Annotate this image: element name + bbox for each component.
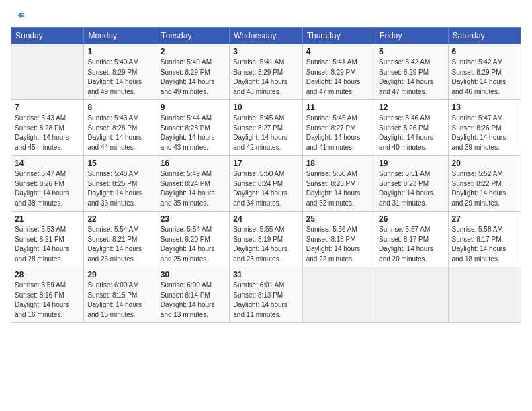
calendar-cell: [11, 44, 84, 100]
day-number: 28: [15, 270, 80, 279]
day-info: Sunrise: 5:45 AM Sunset: 8:27 PM Dayligh…: [306, 113, 371, 152]
day-info: Sunrise: 5:58 AM Sunset: 8:17 PM Dayligh…: [452, 225, 517, 264]
day-info: Sunrise: 5:59 AM Sunset: 8:16 PM Dayligh…: [15, 281, 80, 320]
calendar-header-row: SundayMondayTuesdayWednesdayThursdayFrid…: [11, 28, 521, 44]
day-info: Sunrise: 5:51 AM Sunset: 8:23 PM Dayligh…: [379, 169, 444, 208]
day-info: Sunrise: 5:49 AM Sunset: 8:24 PM Dayligh…: [161, 169, 226, 208]
calendar-cell: 13Sunrise: 5:47 AM Sunset: 8:26 PM Dayli…: [448, 100, 521, 156]
day-header-thursday: Thursday: [302, 28, 375, 44]
day-info: Sunrise: 5:50 AM Sunset: 8:24 PM Dayligh…: [233, 169, 298, 208]
day-info: Sunrise: 5:41 AM Sunset: 8:29 PM Dayligh…: [233, 58, 298, 97]
day-number: 2: [161, 47, 226, 56]
day-info: Sunrise: 5:42 AM Sunset: 8:29 PM Dayligh…: [379, 58, 444, 97]
calendar-cell: 3Sunrise: 5:41 AM Sunset: 8:29 PM Daylig…: [230, 44, 302, 100]
day-number: 17: [233, 158, 298, 168]
calendar-week-row: 1Sunrise: 5:40 AM Sunset: 8:29 PM Daylig…: [11, 44, 521, 100]
calendar-cell: 9Sunrise: 5:44 AM Sunset: 8:28 PM Daylig…: [157, 100, 229, 156]
day-number: 19: [379, 158, 444, 168]
day-info: Sunrise: 5:43 AM Sunset: 8:28 PM Dayligh…: [87, 113, 152, 152]
day-number: 3: [233, 47, 298, 56]
day-info: Sunrise: 5:54 AM Sunset: 8:21 PM Dayligh…: [87, 225, 152, 264]
day-number: 11: [306, 103, 371, 112]
day-number: 25: [306, 214, 371, 224]
calendar-cell: 16Sunrise: 5:49 AM Sunset: 8:24 PM Dayli…: [157, 156, 229, 212]
day-number: 20: [452, 158, 517, 168]
day-number: 23: [161, 214, 226, 224]
calendar-cell: 21Sunrise: 5:53 AM Sunset: 8:21 PM Dayli…: [11, 212, 84, 267]
day-info: Sunrise: 5:53 AM Sunset: 8:21 PM Dayligh…: [15, 225, 80, 264]
day-info: Sunrise: 5:46 AM Sunset: 8:26 PM Dayligh…: [379, 113, 444, 152]
day-header-saturday: Saturday: [448, 28, 521, 44]
day-number: 7: [15, 103, 80, 112]
day-info: Sunrise: 5:42 AM Sunset: 8:29 PM Dayligh…: [452, 58, 517, 97]
day-number: 13: [452, 103, 517, 112]
day-number: 15: [87, 158, 152, 168]
day-number: 5: [379, 47, 444, 56]
calendar-cell: 25Sunrise: 5:56 AM Sunset: 8:18 PM Dayli…: [302, 212, 375, 267]
day-info: Sunrise: 5:54 AM Sunset: 8:20 PM Dayligh…: [161, 225, 226, 264]
day-number: 31: [233, 270, 298, 279]
day-number: 4: [306, 47, 371, 56]
day-info: Sunrise: 5:56 AM Sunset: 8:18 PM Dayligh…: [306, 225, 371, 264]
day-info: Sunrise: 5:44 AM Sunset: 8:28 PM Dayligh…: [161, 113, 226, 152]
day-info: Sunrise: 5:55 AM Sunset: 8:19 PM Dayligh…: [233, 225, 298, 264]
day-info: Sunrise: 5:50 AM Sunset: 8:23 PM Dayligh…: [306, 169, 371, 208]
day-info: Sunrise: 5:48 AM Sunset: 8:25 PM Dayligh…: [87, 169, 152, 208]
day-number: 22: [87, 214, 152, 224]
day-info: Sunrise: 5:40 AM Sunset: 8:29 PM Dayligh…: [87, 58, 152, 97]
logo: [11, 11, 27, 23]
calendar-cell: 27Sunrise: 5:58 AM Sunset: 8:17 PM Dayli…: [448, 212, 521, 267]
day-number: 12: [379, 103, 444, 112]
day-header-friday: Friday: [375, 28, 448, 44]
day-info: Sunrise: 5:47 AM Sunset: 8:26 PM Dayligh…: [15, 169, 80, 208]
calendar-cell: [375, 267, 448, 323]
calendar-cell: 7Sunrise: 5:43 AM Sunset: 8:28 PM Daylig…: [11, 100, 84, 156]
calendar-cell: 6Sunrise: 5:42 AM Sunset: 8:29 PM Daylig…: [448, 44, 521, 100]
day-number: 8: [87, 103, 152, 112]
calendar-cell: 4Sunrise: 5:41 AM Sunset: 8:29 PM Daylig…: [302, 44, 375, 100]
day-info: Sunrise: 5:57 AM Sunset: 8:17 PM Dayligh…: [379, 225, 444, 264]
day-info: Sunrise: 5:45 AM Sunset: 8:27 PM Dayligh…: [233, 113, 298, 152]
day-info: Sunrise: 6:01 AM Sunset: 8:13 PM Dayligh…: [233, 281, 298, 320]
calendar-cell: [302, 267, 375, 323]
page-header: [11, 11, 521, 23]
calendar-cell: 29Sunrise: 6:00 AM Sunset: 8:15 PM Dayli…: [84, 267, 157, 323]
calendar-cell: [448, 267, 521, 323]
calendar-cell: 10Sunrise: 5:45 AM Sunset: 8:27 PM Dayli…: [230, 100, 302, 156]
day-info: Sunrise: 6:00 AM Sunset: 8:14 PM Dayligh…: [161, 281, 226, 320]
calendar-week-row: 7Sunrise: 5:43 AM Sunset: 8:28 PM Daylig…: [11, 100, 521, 156]
calendar-cell: 2Sunrise: 5:40 AM Sunset: 8:29 PM Daylig…: [157, 44, 229, 100]
calendar-cell: 19Sunrise: 5:51 AM Sunset: 8:23 PM Dayli…: [375, 156, 448, 212]
day-info: Sunrise: 5:52 AM Sunset: 8:22 PM Dayligh…: [452, 169, 517, 208]
day-number: 21: [15, 214, 80, 224]
calendar-cell: 24Sunrise: 5:55 AM Sunset: 8:19 PM Dayli…: [230, 212, 302, 267]
calendar-week-row: 28Sunrise: 5:59 AM Sunset: 8:16 PM Dayli…: [11, 267, 521, 323]
day-header-sunday: Sunday: [11, 28, 84, 44]
day-number: 6: [452, 47, 517, 56]
day-number: 27: [452, 214, 517, 224]
calendar-cell: 18Sunrise: 5:50 AM Sunset: 8:23 PM Dayli…: [302, 156, 375, 212]
day-header-tuesday: Tuesday: [157, 28, 229, 44]
calendar-cell: 23Sunrise: 5:54 AM Sunset: 8:20 PM Dayli…: [157, 212, 229, 267]
calendar-cell: 31Sunrise: 6:01 AM Sunset: 8:13 PM Dayli…: [230, 267, 302, 323]
calendar-week-row: 14Sunrise: 5:47 AM Sunset: 8:26 PM Dayli…: [11, 156, 521, 212]
day-number: 1: [87, 47, 152, 56]
calendar-cell: 14Sunrise: 5:47 AM Sunset: 8:26 PM Dayli…: [11, 156, 84, 212]
calendar-cell: 11Sunrise: 5:45 AM Sunset: 8:27 PM Dayli…: [302, 100, 375, 156]
calendar-table: SundayMondayTuesdayWednesdayThursdayFrid…: [11, 27, 521, 323]
calendar-cell: 20Sunrise: 5:52 AM Sunset: 8:22 PM Dayli…: [448, 156, 521, 212]
calendar-cell: 1Sunrise: 5:40 AM Sunset: 8:29 PM Daylig…: [84, 44, 157, 100]
calendar-cell: 30Sunrise: 6:00 AM Sunset: 8:14 PM Dayli…: [157, 267, 229, 323]
day-header-wednesday: Wednesday: [230, 28, 302, 44]
day-info: Sunrise: 5:47 AM Sunset: 8:26 PM Dayligh…: [452, 113, 517, 152]
calendar-week-row: 21Sunrise: 5:53 AM Sunset: 8:21 PM Dayli…: [11, 212, 521, 267]
day-number: 30: [161, 270, 226, 279]
day-number: 10: [233, 103, 298, 112]
calendar-cell: 28Sunrise: 5:59 AM Sunset: 8:16 PM Dayli…: [11, 267, 84, 323]
day-number: 26: [379, 214, 444, 224]
day-header-monday: Monday: [84, 28, 157, 44]
day-info: Sunrise: 6:00 AM Sunset: 8:15 PM Dayligh…: [87, 281, 152, 320]
day-number: 16: [161, 158, 226, 168]
day-number: 24: [233, 214, 298, 224]
day-number: 9: [161, 103, 226, 112]
